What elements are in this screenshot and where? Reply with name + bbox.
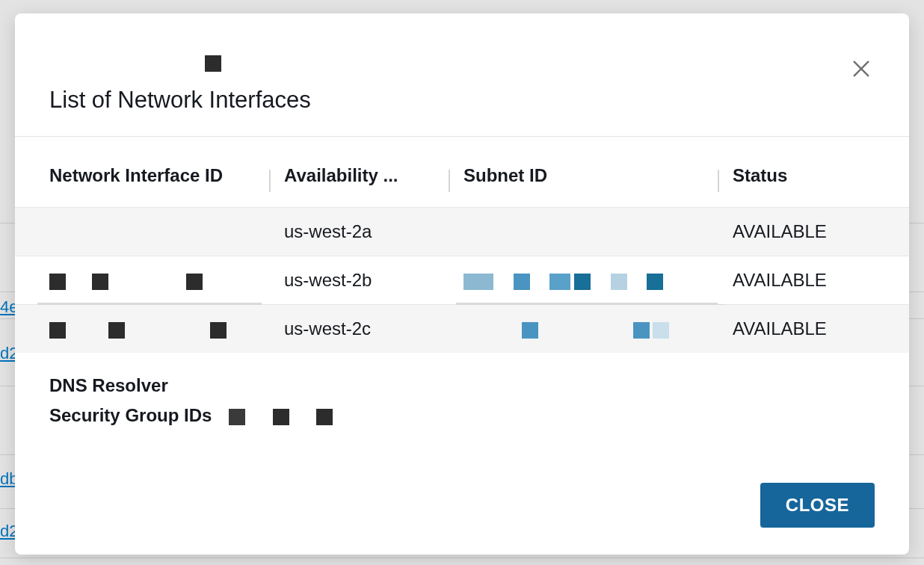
detail-row-sg: Security Group IDs <box>49 404 875 427</box>
cell-subnet <box>449 256 718 305</box>
redacted-block <box>92 274 108 290</box>
network-interfaces-table-wrap: Network Interface ID Availability ... Su… <box>15 137 909 353</box>
bg-divider <box>0 558 924 558</box>
col-header-availability-zone[interactable]: Availability ... <box>269 144 449 208</box>
network-interfaces-table: Network Interface ID Availability ... Su… <box>15 144 909 353</box>
cell-status: AVAILABLE <box>718 305 909 353</box>
redacted-icon <box>205 55 221 72</box>
col-header-status[interactable]: Status <box>718 144 909 208</box>
details-section: DNS Resolver Security Group IDs <box>15 353 909 442</box>
redacted-block <box>229 409 245 425</box>
cell-nii <box>15 256 269 305</box>
col-header-subnet-id[interactable]: Subnet ID <box>449 144 718 208</box>
redacted-block <box>653 322 669 339</box>
close-button[interactable]: CLOSE <box>760 483 875 528</box>
redacted-block <box>186 274 203 290</box>
redacted-block <box>273 409 289 425</box>
table-row[interactable]: us-west-2b AVAILABLE <box>15 256 909 305</box>
col-header-network-interface-id[interactable]: Network Interface ID <box>15 144 269 208</box>
redacted-block <box>611 274 627 290</box>
redacted-block <box>514 274 530 290</box>
close-icon[interactable] <box>851 58 872 79</box>
redacted-block <box>574 274 591 290</box>
cell-nii <box>15 305 269 353</box>
redacted-block <box>549 274 570 290</box>
table-row[interactable]: us-west-2c AVAILABLE <box>15 305 909 353</box>
table-row[interactable]: us-west-2a AVAILABLE <box>15 208 909 256</box>
redacted-block <box>108 322 125 339</box>
modal-footer: CLOSE <box>15 465 909 555</box>
cell-status: AVAILABLE <box>718 256 909 305</box>
redacted-block <box>49 274 66 290</box>
cell-subnet <box>449 305 718 353</box>
redacted-block <box>316 409 333 425</box>
redacted-block <box>647 274 663 290</box>
security-group-ids-value <box>229 404 355 427</box>
redacted-block <box>522 322 538 339</box>
network-interfaces-modal: List of Network Interfaces Network Inter… <box>15 13 909 555</box>
cell-nii <box>15 208 269 256</box>
cell-subnet <box>449 208 718 256</box>
redacted-block <box>49 322 66 339</box>
table-header-row: Network Interface ID Availability ... Su… <box>15 144 909 208</box>
modal-header: List of Network Interfaces <box>15 13 909 137</box>
security-group-ids-label: Security Group IDs <box>49 404 229 427</box>
redacted-block <box>210 322 227 339</box>
cell-status: AVAILABLE <box>718 208 909 256</box>
cell-az: us-west-2a <box>269 208 449 256</box>
cell-az: us-west-2c <box>269 305 449 353</box>
modal-title: List of Network Interfaces <box>49 87 875 114</box>
redacted-block <box>463 274 493 290</box>
redacted-block <box>633 322 650 339</box>
dns-resolver-label: DNS Resolver <box>49 374 229 398</box>
detail-row-dns: DNS Resolver <box>49 374 875 398</box>
cell-az: us-west-2b <box>269 256 449 305</box>
